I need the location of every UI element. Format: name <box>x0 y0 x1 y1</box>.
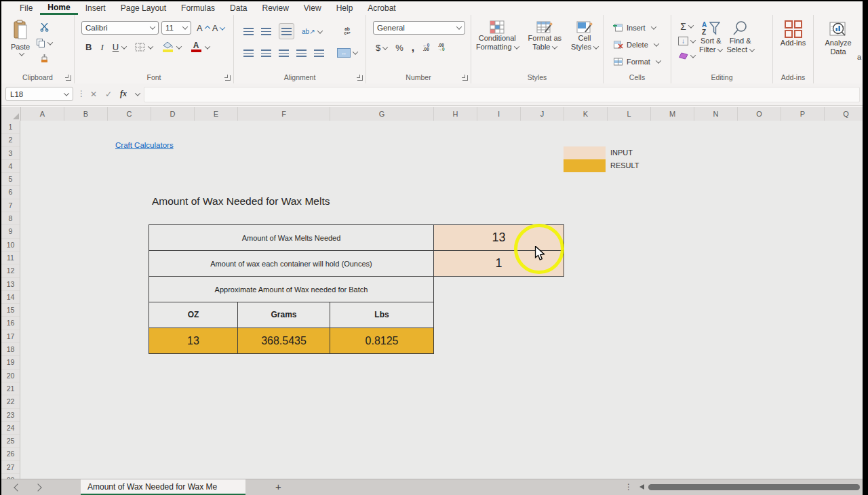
decrease-indent-icon[interactable] <box>296 50 307 57</box>
autosum-button[interactable]: Σ <box>678 20 695 33</box>
column-header[interactable]: I <box>477 107 521 121</box>
ribbon-tab[interactable]: Insert <box>78 2 113 15</box>
column-header[interactable]: G <box>330 107 434 121</box>
new-sheet-button[interactable]: + <box>275 481 281 492</box>
row-header[interactable]: 24 <box>1 422 20 435</box>
ribbon-tab[interactable]: Data <box>222 2 254 15</box>
column-header[interactable]: L <box>608 107 651 121</box>
column-header[interactable]: E <box>195 107 238 121</box>
row-header[interactable]: 28 <box>1 474 20 479</box>
column-header[interactable]: B <box>64 107 108 121</box>
ribbon-tab[interactable]: Help <box>329 2 361 15</box>
column-header[interactable]: M <box>651 107 694 121</box>
result-value-grams-cell[interactable]: 368.5435 <box>237 328 330 354</box>
fill-button[interactable]: ↓ <box>678 35 695 47</box>
cancel-button[interactable]: ✕ <box>87 87 100 101</box>
alignment-dialog-launcher-icon[interactable] <box>357 75 363 81</box>
analyze-data-button[interactable]: AnalyzeData <box>814 15 863 56</box>
row-header[interactable]: 23 <box>1 409 20 422</box>
row-header[interactable]: 13 <box>1 278 20 291</box>
bold-button[interactable]: B <box>85 42 92 52</box>
row-header[interactable]: 4 <box>1 160 20 173</box>
column-header[interactable]: F <box>238 107 330 121</box>
orientation-button[interactable]: ab↗ <box>302 28 322 35</box>
prev-sheet-button[interactable] <box>14 483 21 491</box>
insert-cells-button[interactable]: Insert <box>613 19 671 36</box>
align-top-icon[interactable] <box>243 28 254 35</box>
row-header[interactable]: 16 <box>1 317 20 330</box>
row-header[interactable]: 27 <box>1 461 20 474</box>
column-header[interactable]: A <box>21 107 64 121</box>
column-header[interactable]: H <box>434 107 477 121</box>
align-middle-icon[interactable] <box>261 28 271 35</box>
format-painter-button[interactable] <box>37 52 52 65</box>
horizontal-scrollbar-thumb[interactable] <box>648 484 860 490</box>
result-value-lbs-cell[interactable]: 0.8125 <box>330 328 434 354</box>
row-header[interactable]: 1 <box>1 121 20 134</box>
increase-decimal-button[interactable]: ←0.00 <box>422 43 429 52</box>
active-sheet-tab[interactable]: Amount of Wax Needed for Wax Me <box>81 479 245 495</box>
ribbon-tab[interactable]: Acrobat <box>360 2 403 15</box>
formula-input[interactable] <box>144 87 860 102</box>
column-header[interactable]: O <box>738 107 781 121</box>
row-header[interactable]: 2 <box>1 134 20 146</box>
row-header[interactable]: 26 <box>1 448 20 460</box>
align-center-icon[interactable] <box>261 50 271 57</box>
result-header-grams-cell[interactable]: Grams <box>237 302 330 328</box>
chevron-down-icon[interactable] <box>135 90 140 96</box>
row-header[interactable]: 3 <box>1 147 20 160</box>
column-header[interactable]: P <box>781 107 825 121</box>
borders-button[interactable] <box>135 41 153 54</box>
font-size-select[interactable]: 11 <box>161 21 191 35</box>
row-header[interactable]: 22 <box>1 395 20 408</box>
row-header[interactable]: 7 <box>1 199 20 212</box>
ribbon-tab[interactable]: Page Layout <box>113 2 174 15</box>
font-dialog-launcher-icon[interactable] <box>225 75 231 81</box>
ribbon-tab[interactable]: Home <box>40 1 77 15</box>
row-header[interactable]: 19 <box>1 356 20 369</box>
row-header[interactable]: 20 <box>1 370 20 382</box>
font-color-button[interactable]: A <box>190 41 202 54</box>
enter-button[interactable]: ✓ <box>102 87 115 101</box>
currency-format-button[interactable]: $ <box>376 43 387 53</box>
row-header[interactable]: 17 <box>1 330 20 343</box>
row-header[interactable]: 25 <box>1 435 20 448</box>
row-header[interactable]: 5 <box>1 173 20 186</box>
column-header[interactable]: K <box>564 107 608 121</box>
addins-button[interactable]: Add-ins <box>773 15 813 47</box>
name-box[interactable]: L18 <box>5 87 73 101</box>
copy-button[interactable] <box>37 37 52 50</box>
cut-button[interactable] <box>37 21 52 34</box>
result-header-lbs-cell[interactable]: Lbs <box>330 302 434 328</box>
clear-button[interactable] <box>678 50 695 62</box>
merge-center-button[interactable]: ↔ <box>337 48 357 58</box>
row-header[interactable]: 8 <box>1 212 20 225</box>
next-sheet-button[interactable] <box>34 483 41 491</box>
align-bottom-button[interactable] <box>279 23 294 39</box>
row-header[interactable]: 14 <box>1 291 20 304</box>
grow-font-button[interactable]: A <box>197 23 210 33</box>
ribbon-tab[interactable]: View <box>296 2 329 15</box>
column-header[interactable]: J <box>521 107 564 121</box>
scroll-left-arrow-icon[interactable] <box>639 484 644 490</box>
font-name-select[interactable]: Calibri <box>81 21 159 35</box>
column-header[interactable]: Q <box>825 107 863 121</box>
shrink-font-button[interactable]: A <box>212 23 225 33</box>
result-header-oz-cell[interactable]: OZ <box>149 302 238 328</box>
number-dialog-launcher-icon[interactable] <box>462 75 468 81</box>
number-format-select[interactable]: General <box>373 21 465 35</box>
increase-indent-icon[interactable] <box>314 50 324 57</box>
row-header[interactable]: 11 <box>1 252 20 264</box>
format-cells-button[interactable]: Format <box>613 53 671 70</box>
input-row-1-label-cell[interactable]: Amount of Wax Melts Needed <box>149 224 434 251</box>
ribbon-tab[interactable]: Formulas <box>174 2 222 15</box>
row-header[interactable]: 6 <box>1 186 20 199</box>
column-header[interactable]: N <box>694 107 738 121</box>
row-header[interactable]: 10 <box>1 239 20 252</box>
insert-function-button[interactable]: fx <box>117 87 130 101</box>
column-header[interactable]: D <box>151 107 195 121</box>
ribbon-tab[interactable]: Review <box>254 2 296 15</box>
batch-label-cell[interactable]: Approximate Amount of Wax needed for Bat… <box>149 276 434 302</box>
paste-button[interactable]: Paste <box>11 15 30 65</box>
row-header[interactable]: 12 <box>1 264 20 277</box>
